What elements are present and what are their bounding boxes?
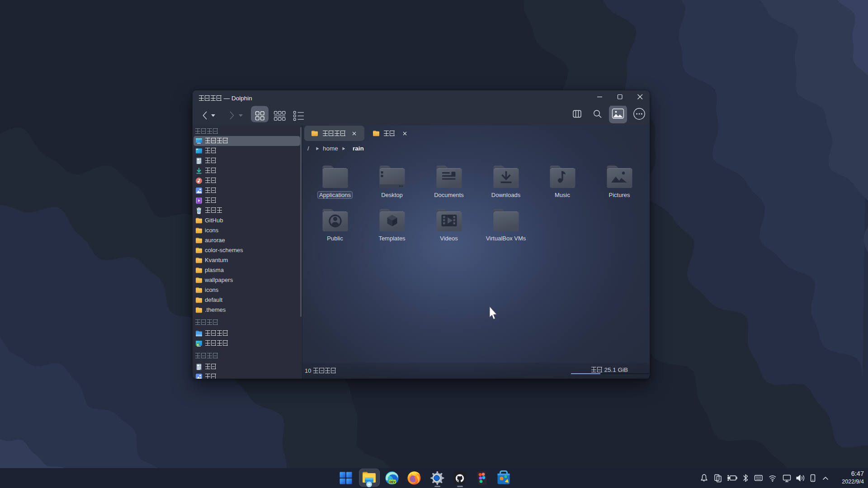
svg-text:DEV: DEV <box>389 480 396 483</box>
